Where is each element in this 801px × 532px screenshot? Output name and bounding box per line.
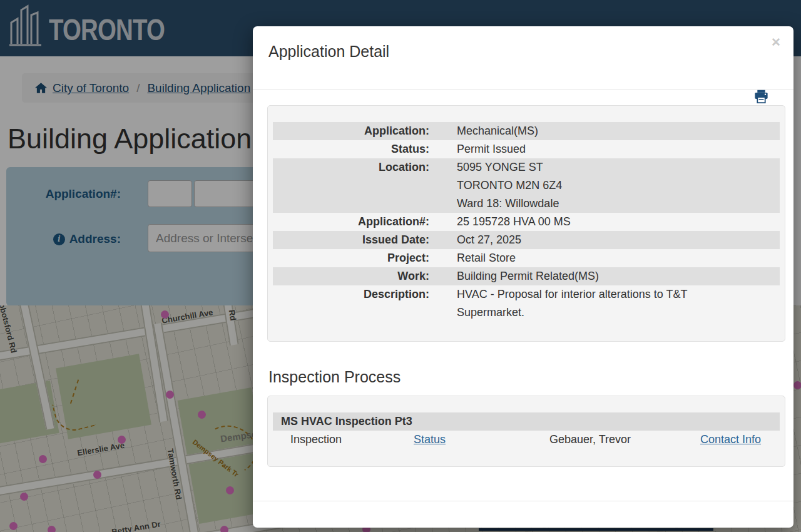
inspection-process-heading: Inspection Process xyxy=(268,368,400,386)
inspection-status-cell: Status xyxy=(414,431,549,449)
location-line-2: TORONTO M2N 6Z4 xyxy=(457,176,562,195)
modal-header-divider xyxy=(253,90,793,90)
detail-value: Retail Store xyxy=(429,249,516,267)
contact-info-cell: Contact Info xyxy=(700,431,780,449)
detail-label: Description: xyxy=(273,285,429,322)
location-line-1: 5095 YONGE ST xyxy=(457,158,562,176)
location-line-3: Ward 18: Willowdale xyxy=(457,195,562,213)
detail-value: 5095 YONGE ST TORONTO M2N 6Z4 Ward 18: W… xyxy=(429,158,562,213)
close-icon[interactable]: ✕ xyxy=(771,36,781,48)
description-line-2: Supermarket. xyxy=(457,304,687,322)
detail-row-status: Status: Permit Issued xyxy=(273,140,780,158)
detail-value: 25 195728 HVA 00 MS xyxy=(429,213,571,231)
detail-value: Permit Issued xyxy=(429,140,526,158)
contact-info-link[interactable]: Contact Info xyxy=(700,433,761,446)
inspection-group-title: MS HVAC Inspection Pt3 xyxy=(273,412,780,431)
modal-footer-divider xyxy=(253,501,793,501)
detail-label: Application: xyxy=(273,122,429,140)
detail-row-work: Work: Building Permit Related(MS) xyxy=(273,267,780,285)
detail-label: Project: xyxy=(273,249,429,267)
detail-row-description: Description: HVAC - Proposal for interio… xyxy=(273,285,780,322)
detail-value: Building Permit Related(MS) xyxy=(429,267,599,285)
application-detail-card: Application: Mechanical(MS) Status: Perm… xyxy=(267,105,785,342)
print-icon[interactable] xyxy=(753,88,770,105)
inspection-row: Inspection Status Gebauer, Trevor Contac… xyxy=(273,431,780,449)
detail-row-location: Location: 5095 YONGE ST TORONTO M2N 6Z4 … xyxy=(273,158,780,213)
detail-value: Oct 27, 2025 xyxy=(429,231,521,249)
inspection-card: MS HVAC Inspection Pt3 Inspection Status… xyxy=(267,396,785,467)
detail-label: Issued Date: xyxy=(273,231,429,249)
detail-value: Mechanical(MS) xyxy=(429,122,538,140)
detail-label: Application#: xyxy=(273,213,429,231)
detail-row-application: Application: Mechanical(MS) xyxy=(273,122,780,140)
detail-row-issued-date: Issued Date: Oct 27, 2025 xyxy=(273,231,780,249)
status-link[interactable]: Status xyxy=(414,433,446,446)
detail-label: Work: xyxy=(273,267,429,285)
detail-label: Status: xyxy=(273,140,429,158)
detail-row-project: Project: Retail Store xyxy=(273,249,780,267)
description-line-1: HVAC - Proposal for interior alterations… xyxy=(457,285,687,304)
application-detail-modal: Application Detail ✕ Application: Mechan… xyxy=(253,26,793,528)
detail-value: HVAC - Proposal for interior alterations… xyxy=(429,285,687,322)
inspection-type: Inspection xyxy=(273,431,414,449)
inspector-name: Gebauer, Trevor xyxy=(549,431,700,449)
detail-row-application-number: Application#: 25 195728 HVA 00 MS xyxy=(273,213,780,231)
modal-title: Application Detail xyxy=(268,43,389,61)
detail-label: Location: xyxy=(273,158,429,213)
